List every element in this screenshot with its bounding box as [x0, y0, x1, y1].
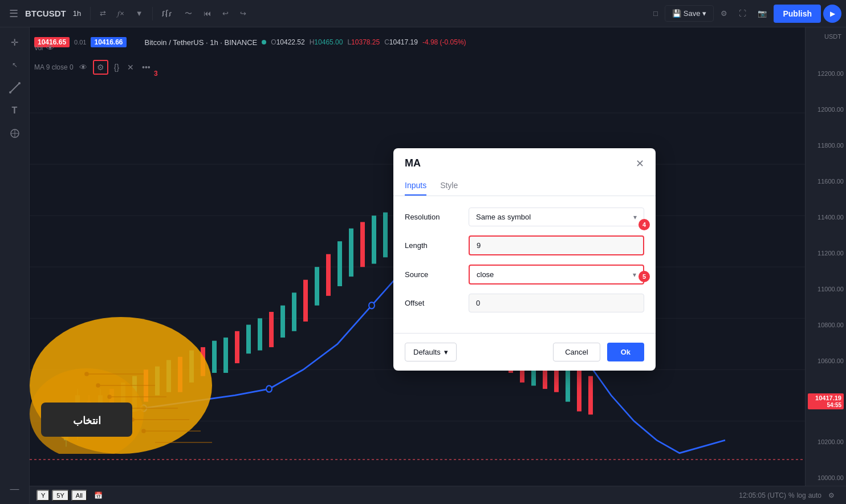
sidebar-more[interactable]: —: [5, 479, 25, 499]
modal-body: Resolution Same as symbol ▾ 4 Length Sou…: [393, 196, 656, 333]
length-row: Length: [405, 235, 644, 255]
price-12200: 12200.00: [808, 70, 844, 77]
indicator-name: MA 9 close 0: [34, 63, 74, 71]
price-11200: 11200.00: [808, 250, 844, 257]
svg-rect-34: [144, 369, 148, 401]
alert-button[interactable]: ▼: [131, 6, 148, 21]
price-10000: 10000.00: [808, 474, 844, 481]
cancel-button[interactable]: Cancel: [553, 343, 600, 361]
ohlc-bar: O10422.52 H10465.00 L10378.25 C10417.19 …: [271, 38, 466, 46]
sidebar-text[interactable]: T: [5, 100, 25, 121]
defaults-button[interactable]: Defaults ▾: [405, 343, 457, 361]
timestamp: 12:05:05 (UTC): [739, 491, 786, 499]
resolution-dropdown[interactable]: Same as symbol ▾: [469, 208, 644, 226]
price-11600: 11600.00: [808, 178, 844, 185]
price-11400: 11400.00: [808, 214, 844, 221]
redo-button[interactable]: ↪: [235, 6, 251, 21]
offset-row: Offset: [405, 294, 644, 312]
sidebar-draw-line[interactable]: [5, 78, 25, 98]
layout-button[interactable]: □: [649, 6, 662, 21]
fullscreen-button[interactable]: ⛶: [734, 6, 751, 21]
play-button[interactable]: ▶: [823, 5, 841, 23]
source-row: Source close ▾ 5: [405, 265, 644, 284]
svg-rect-54: [372, 216, 376, 263]
timeframe-5y[interactable]: 5Y: [52, 490, 68, 501]
svg-rect-51: [337, 241, 342, 286]
sidebar-shapes[interactable]: [5, 123, 25, 144]
sidebar-cursor[interactable]: ↖: [5, 55, 25, 75]
indicator-close-button[interactable]: ✕: [125, 62, 136, 73]
source-dropdown[interactable]: close ▾: [469, 265, 644, 284]
indicator-eye-button[interactable]: 👁: [77, 62, 90, 73]
symbol-label: BTCUSDT: [25, 9, 66, 18]
settings-gear-button[interactable]: ⚙: [716, 6, 732, 21]
svg-rect-3: [166, 10, 167, 17]
step-label: 0.01: [74, 39, 86, 46]
svg-rect-43: [246, 325, 251, 354]
svg-rect-73: [588, 376, 593, 415]
tab-inputs[interactable]: Inputs: [405, 176, 426, 196]
svg-line-9: [10, 83, 19, 92]
price-scale: USDT 12200.00 12000.00 11800.00 11600.00…: [805, 27, 846, 486]
undo-button[interactable]: ↩: [218, 6, 233, 21]
modal-header: MA ✕: [393, 148, 656, 169]
settings-bottom-button[interactable]: ⚙: [824, 488, 839, 503]
menu-button[interactable]: ☰: [5, 4, 23, 23]
chart-type-bar[interactable]: [157, 6, 178, 22]
step3-badge: 3: [154, 70, 158, 78]
price-11800: 11800.00: [808, 142, 844, 149]
ask-price[interactable]: 10416.66: [91, 37, 126, 47]
price-12000: 12000.00: [808, 106, 844, 113]
svg-point-11: [18, 82, 21, 84]
svg-point-75: [266, 385, 272, 392]
compare-button[interactable]: ⇄: [95, 6, 111, 21]
log-label: log: [797, 491, 806, 499]
live-dot: [262, 40, 266, 44]
indicators-button[interactable]: 𝑓×: [113, 6, 129, 22]
ma-settings-modal: MA ✕ Inputs Style Resolution Same as sym…: [393, 148, 656, 371]
svg-rect-32: [121, 383, 125, 414]
indicator-code-button[interactable]: {}: [112, 62, 121, 73]
step4-badge: 4: [638, 219, 650, 230]
svg-rect-37: [178, 357, 182, 392]
modal-footer: Defaults ▾ Cancel Ok: [393, 333, 656, 371]
replay-button[interactable]: ⏮: [199, 6, 215, 21]
publish-button[interactable]: Publish: [774, 5, 821, 23]
vol-icon: 👁: [46, 43, 54, 52]
snapshot-button[interactable]: 📷: [753, 6, 771, 21]
vol-row: Vol 👁: [30, 43, 59, 52]
offset-input[interactable]: [469, 294, 644, 312]
modal-close-button[interactable]: ✕: [636, 158, 644, 169]
svg-rect-35: [155, 367, 160, 396]
sidebar-crosshair[interactable]: ✛: [5, 32, 25, 52]
indicator-more-button[interactable]: •••: [140, 62, 153, 73]
modal-tabs: Inputs Style: [393, 176, 656, 196]
footer-action-buttons: Cancel Ok: [553, 343, 644, 361]
source-chevron: ▾: [633, 271, 636, 279]
timeframe-all[interactable]: All: [71, 490, 87, 501]
modal-title: MA: [405, 157, 421, 169]
indicator-row: MA 9 close 0 👁 ⚙ {} ✕ ••• 3: [30, 57, 805, 78]
high-label: H10465.00: [310, 38, 343, 46]
resolution-chevron: ▾: [633, 213, 637, 221]
timeframe-y[interactable]: Y: [36, 490, 50, 501]
length-input[interactable]: [469, 235, 644, 255]
percent-label: %: [788, 491, 795, 499]
save-button[interactable]: 💾 Save ▾: [665, 5, 714, 22]
step5-badge: 5: [638, 271, 650, 282]
tab-style[interactable]: Style: [440, 176, 458, 196]
svg-rect-53: [360, 222, 365, 267]
indicator-settings-button[interactable]: ⚙: [93, 60, 108, 75]
svg-point-10: [9, 91, 11, 94]
line-chart-button[interactable]: 〜: [180, 5, 197, 22]
bottom-bar: Y 5Y All 📅 12:05:05 (UTC) % log auto ⚙: [30, 486, 846, 504]
calendar-button[interactable]: 📅: [90, 488, 107, 503]
top-toolbar: ☰ BTCUSDT 1h ⇄ 𝑓× ▼ 〜 ⏮ ↩ ↪ □ 💾 Save ▾ ⚙…: [0, 0, 846, 27]
resolution-label: Resolution: [405, 213, 462, 221]
ok-button[interactable]: Ok: [607, 343, 644, 361]
timeframe-button[interactable]: 1h: [68, 6, 86, 21]
svg-rect-50: [326, 254, 331, 296]
change-val: -4.98 (-0.05%): [422, 38, 466, 46]
pair-name: Bitcoin / TetherUS · 1h · BINANCE: [145, 38, 258, 47]
price-11000: 11000.00: [808, 286, 844, 292]
